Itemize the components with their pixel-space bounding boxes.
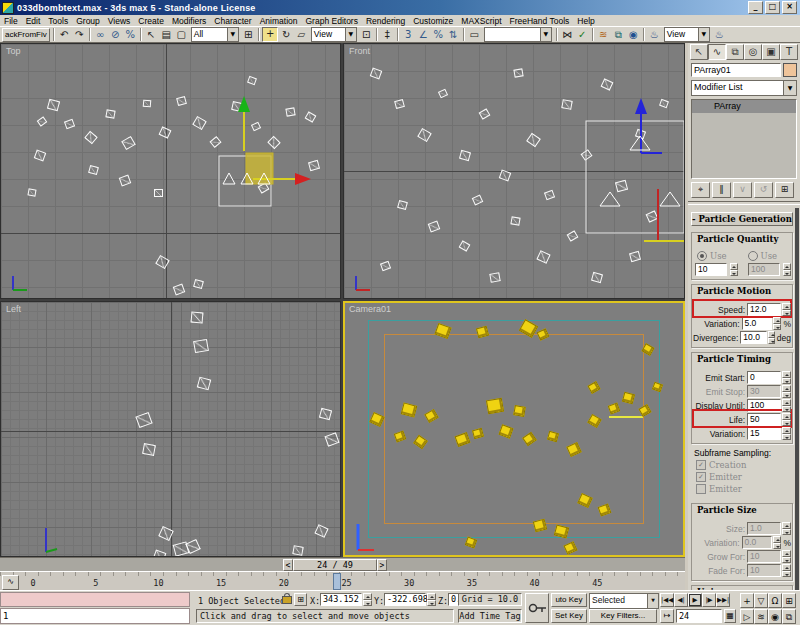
viewport-top[interactable]: Top [0,43,341,299]
emit-start-spinner[interactable] [782,371,791,384]
window-crossing-icon[interactable]: ⊞ [241,28,255,42]
hierarchy-tab[interactable]: ⧉ [726,44,744,60]
select-by-name-icon[interactable]: ▤ [159,28,173,42]
menu-animation[interactable]: Animation [256,16,302,26]
auto-key-button[interactable]: uto Key [551,593,587,607]
bind-to-spacewarp-icon[interactable]: % [123,28,137,42]
menu-customize[interactable]: Customize [409,16,457,26]
curve-editor-icon[interactable]: ≋ [596,28,610,42]
maxscript-listener-output[interactable] [0,592,190,607]
viewport-left[interactable]: Left [0,301,341,557]
goto-start-button[interactable]: |◀◀ [660,593,674,607]
use-total-radio[interactable] [748,251,758,261]
menu-file[interactable]: File [0,16,22,26]
display-until-field[interactable]: 100 [747,399,781,412]
selection-filter-dropdown[interactable]: All▼ [191,27,239,42]
viewport-camera[interactable]: Camera01 [343,301,685,557]
select-object-icon[interactable]: ↖ [144,28,158,42]
undo-icon[interactable]: ↶ [57,28,71,42]
current-frame-field[interactable]: 24 [676,609,722,623]
time-slider-track[interactable]: < 24 / 49 > [0,557,685,571]
total-spinner[interactable] [783,263,791,276]
menu-graph-editors[interactable]: Graph Editors [302,16,362,26]
divergence-field[interactable]: 10.0 [740,331,767,344]
speed-field[interactable]: 12.0 [747,303,781,316]
speed-spinner[interactable] [782,303,791,316]
quick-render-icon[interactable]: ♨ [712,28,726,42]
menu-rendering[interactable]: Rendering [362,16,409,26]
remove-modifier-icon[interactable]: ↺ [754,182,773,198]
set-key-big-button[interactable] [525,593,549,623]
align-icon[interactable]: ✓ [575,28,589,42]
emit-stop-field[interactable]: 30 [747,385,781,398]
x-spinner[interactable] [363,593,372,606]
size-field[interactable]: 1.0 [747,522,781,535]
named-selection-dropdown[interactable]: ▼ [484,27,552,42]
menu-maxscript[interactable]: MAXScript [457,16,505,26]
zoom-icon[interactable]: + [740,593,754,608]
show-end-result-icon[interactable]: ‖ [712,182,731,198]
modifier-stack[interactable]: PArray [691,99,797,179]
render-type-dropdown[interactable]: View▼ [664,27,710,42]
emit-stop-spinner[interactable] [782,385,791,398]
y-spinner[interactable] [427,593,436,606]
mirror-icon[interactable]: ⋈ [560,28,574,42]
pan-icon[interactable]: ≋ [754,609,768,624]
next-frame-button[interactable]: |▶ [702,593,716,607]
size-variation-spinner[interactable] [773,536,781,549]
timing-variation-spinner[interactable] [782,427,791,440]
viewport-front-label[interactable]: Front [349,46,370,56]
material-editor-icon[interactable]: ◉ [626,28,640,42]
grow-for-spinner[interactable] [782,550,791,563]
key-set-dropdown[interactable]: Selected ▼ [589,593,659,609]
menu-views[interactable]: Views [104,16,135,26]
fade-for-spinner[interactable] [782,564,791,577]
parray-emitter-gizmo-front[interactable] [344,44,685,299]
divergence-spinner[interactable] [768,331,775,344]
menu-modifiers[interactable]: Modifiers [168,16,210,26]
time-slider-handle[interactable]: 24 / 49 [293,559,377,571]
maxscript-listener-input[interactable]: 1 [0,608,190,624]
use-rate-radio[interactable] [697,251,707,261]
select-and-move-icon[interactable]: + [262,27,278,42]
viewport-camera-label[interactable]: Camera01 [349,304,391,314]
display-until-spinner[interactable] [782,399,791,412]
object-color-swatch[interactable] [783,63,797,77]
script-button[interactable]: ackFromFiv [2,28,50,42]
schematic-view-icon[interactable]: ⧉ [611,28,625,42]
viewport-left-label[interactable]: Left [6,304,21,314]
reference-coordsys-dropdown[interactable]: View▼ [311,27,357,42]
time-slider-prev-button[interactable]: < [283,559,293,571]
arc-rotate-icon[interactable]: Ω [768,593,782,608]
pin-stack-icon[interactable]: ⌖ [691,182,710,198]
configure-modifier-sets-icon[interactable]: ⊞ [775,182,794,198]
motion-variation-field[interactable]: 5.0 [742,317,773,330]
snap-3d-icon[interactable]: 3 [401,28,415,42]
timing-variation-field[interactable]: 15 [747,427,781,440]
rate-field[interactable]: 10 [695,263,727,276]
menu-character[interactable]: Character [210,16,255,26]
modifier-list-dropdown[interactable]: Modifier List ▼ [691,80,797,96]
menu-group[interactable]: Group [72,16,104,26]
modify-tab[interactable]: ∿ [708,44,726,60]
viewport-top-label[interactable]: Top [6,46,21,56]
absolute-offset-toggle[interactable]: ⊞ [294,593,307,606]
life-field[interactable]: 50 [747,413,781,426]
prev-frame-button[interactable]: ◀| [674,593,688,607]
utilities-tab[interactable]: T [780,44,798,60]
use-pivot-center-icon[interactable]: ⊡ [359,28,373,42]
mini-curve-editor-button[interactable]: ∿ [2,575,19,590]
time-config-button[interactable]: ▦ [724,609,736,623]
key-filters-button[interactable]: Key Filters... [589,609,657,623]
emitter-rotation-checkbox[interactable] [696,484,706,494]
object-name-field[interactable]: PArray01 [691,63,781,77]
select-and-rotate-icon[interactable]: ↻ [279,28,293,42]
emit-start-field[interactable]: 0 [747,371,781,384]
menu-create[interactable]: Create [134,16,168,26]
spinner-snap-icon[interactable]: ⇅ [446,28,460,42]
menu-freehand-tools[interactable]: FreeHand Tools [506,16,574,26]
select-and-link-icon[interactable]: ∞ [93,28,107,42]
zoom-extents-all-icon[interactable]: ⊞ [782,593,796,608]
zoom-all-icon[interactable]: ▽ [754,593,768,608]
unlink-selection-icon[interactable]: ⊘ [108,28,122,42]
